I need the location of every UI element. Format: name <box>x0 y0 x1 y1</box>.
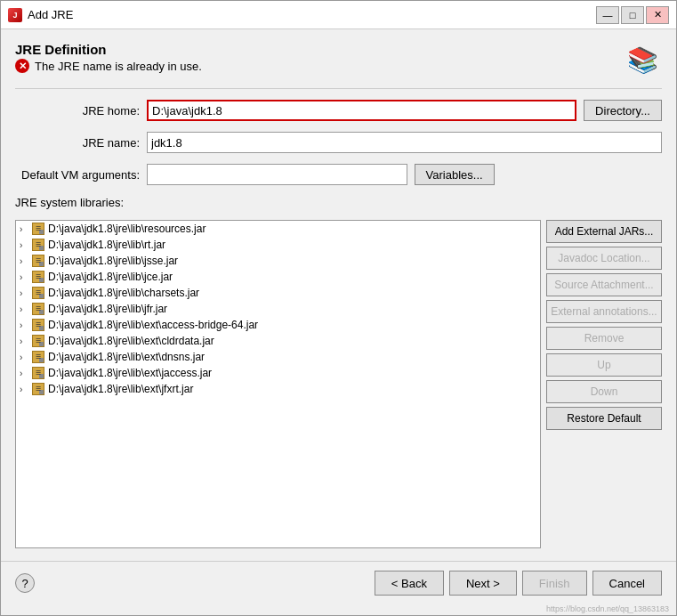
lib-item-text: D:\java\jdk1.8\jre\lib\jfr.jar <box>48 303 167 315</box>
variables-button[interactable]: Variables... <box>415 164 495 185</box>
footer-left: ? <box>15 573 35 593</box>
vm-args-input[interactable] <box>147 164 407 185</box>
error-icon: ✕ <box>15 59 29 73</box>
jre-name-label: JRE name: <box>15 136 140 150</box>
lib-item-text: D:\java\jdk1.8\jre\lib\ext\cldrdata.jar <box>48 335 214 347</box>
list-item[interactable]: ›☰D:\java\jdk1.8\jre\lib\charsets.jar <box>16 285 540 301</box>
jre-home-label: JRE home: <box>15 104 140 118</box>
list-item[interactable]: ›☰D:\java\jdk1.8\jre\lib\ext\access-brid… <box>16 317 540 333</box>
side-buttons: Add External JARs... Javadoc Location...… <box>546 220 662 548</box>
lib-item-text: D:\java\jdk1.8\jre\lib\jce.jar <box>48 271 173 283</box>
window-icon: J <box>8 8 22 22</box>
list-item[interactable]: ›☰D:\java\jdk1.8\jre\lib\ext\cldrdata.ja… <box>16 333 540 349</box>
cancel-button[interactable]: Cancel <box>592 571 662 596</box>
close-button[interactable]: ✕ <box>646 6 669 24</box>
javadoc-location-button[interactable]: Javadoc Location... <box>546 247 662 270</box>
lib-item-text: D:\java\jdk1.8\jre\lib\ext\jfxrt.jar <box>48 383 193 395</box>
libraries-list[interactable]: ›☰D:\java\jdk1.8\jre\lib\resources.jar›☰… <box>15 220 541 548</box>
error-message: The JRE name is already in use. <box>35 60 202 73</box>
libraries-area: ›☰D:\java\jdk1.8\jre\lib\resources.jar›☰… <box>15 220 662 548</box>
jre-home-row: JRE home: Directory... <box>15 100 662 121</box>
minimize-button[interactable]: — <box>596 6 619 24</box>
header-left: JRE Definition ✕ The JRE name is already… <box>15 42 202 73</box>
list-item[interactable]: ›☰D:\java\jdk1.8\jre\lib\jsse.jar <box>16 253 540 269</box>
jre-home-input[interactable] <box>147 100 576 121</box>
back-button[interactable]: < Back <box>375 571 444 596</box>
lib-item-text: D:\java\jdk1.8\jre\lib\ext\access-bridge… <box>48 319 258 331</box>
lib-item-text: D:\java\jdk1.8\jre\lib\resources.jar <box>48 223 206 235</box>
vm-args-row: Default VM arguments: Variables... <box>15 164 662 185</box>
maximize-button[interactable]: □ <box>621 6 644 24</box>
header-row: JRE Definition ✕ The JRE name is already… <box>15 42 662 77</box>
external-annotations-button[interactable]: External annotations... <box>546 300 662 323</box>
libraries-label: JRE system libraries: <box>15 196 662 209</box>
list-item[interactable]: ›☰D:\java\jdk1.8\jre\lib\resources.jar <box>16 221 540 237</box>
add-external-jars-button[interactable]: Add External JARs... <box>546 220 662 243</box>
watermark: https://blog.csdn.net/qq_13863183 <box>1 604 676 615</box>
restore-default-button[interactable]: Restore Default <box>546 407 662 430</box>
down-button[interactable]: Down <box>546 380 662 403</box>
list-item[interactable]: ›☰D:\java\jdk1.8\jre\lib\ext\jaccess.jar <box>16 365 540 381</box>
divider <box>15 88 662 89</box>
finish-button[interactable]: Finish <box>522 571 587 596</box>
add-jre-window: J Add JRE — □ ✕ JRE Definition ✕ The JRE… <box>0 0 677 616</box>
list-item[interactable]: ›☰D:\java\jdk1.8\jre\lib\ext\jfxrt.jar <box>16 381 540 397</box>
section-title: JRE Definition <box>15 42 202 57</box>
lib-item-text: D:\java\jdk1.8\jre\lib\ext\dnsns.jar <box>48 351 205 363</box>
lib-item-text: D:\java\jdk1.8\jre\lib\jsse.jar <box>48 255 178 267</box>
directory-button[interactable]: Directory... <box>584 100 662 121</box>
lib-item-text: D:\java\jdk1.8\jre\lib\ext\jaccess.jar <box>48 367 212 379</box>
content-area: JRE Definition ✕ The JRE name is already… <box>1 29 676 561</box>
list-item[interactable]: ›☰D:\java\jdk1.8\jre\lib\jfr.jar <box>16 301 540 317</box>
window-title: Add JRE <box>28 8 596 21</box>
list-item[interactable]: ›☰D:\java\jdk1.8\jre\lib\jce.jar <box>16 269 540 285</box>
jre-name-input[interactable] <box>147 132 662 153</box>
next-button[interactable]: Next > <box>449 571 517 596</box>
error-row: ✕ The JRE name is already in use. <box>15 59 202 73</box>
lib-item-text: D:\java\jdk1.8\jre\lib\charsets.jar <box>48 287 199 299</box>
lib-item-text: D:\java\jdk1.8\jre\lib\rt.jar <box>48 239 165 251</box>
jre-name-row: JRE name: <box>15 132 662 153</box>
remove-button[interactable]: Remove <box>546 327 662 350</box>
list-item[interactable]: ›☰D:\java\jdk1.8\jre\lib\ext\dnsns.jar <box>16 349 540 365</box>
list-item[interactable]: ›☰D:\java\jdk1.8\jre\lib\rt.jar <box>16 237 540 253</box>
vm-args-label: Default VM arguments: <box>15 168 140 182</box>
window-controls: — □ ✕ <box>596 6 669 24</box>
up-button[interactable]: Up <box>546 353 662 377</box>
source-attachment-button[interactable]: Source Attachment... <box>546 273 662 296</box>
footer: ? < Back Next > Finish Cancel <box>1 561 676 604</box>
help-button[interactable]: ? <box>15 573 35 593</box>
book-icon: 📚 <box>623 42 662 77</box>
title-bar: J Add JRE — □ ✕ <box>1 1 676 29</box>
footer-buttons: < Back Next > Finish Cancel <box>375 571 662 596</box>
